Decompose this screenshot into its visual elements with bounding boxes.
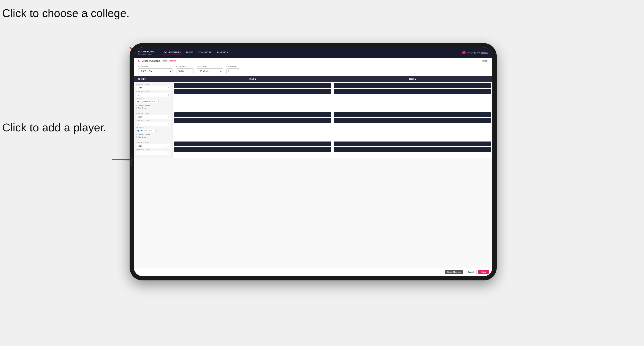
- add-group-btn-1[interactable]: + Add Group: [136, 107, 170, 109]
- hole-spinners-3[interactable]: ▲▼: [168, 152, 169, 155]
- nav-brand: SCOREBOARD Powered by clippd: [138, 50, 155, 55]
- hole-spinners-2[interactable]: ▲▼: [168, 123, 169, 126]
- player-slot-t2r3s2[interactable]: ×⌄: [334, 147, 491, 152]
- hole-spinners-1[interactable]: ▲▼: [168, 94, 169, 96]
- course-edit-1[interactable]: ⌄: [156, 101, 157, 102]
- intervals-label: Intervals: [197, 66, 223, 68]
- course-tag-2[interactable]: East Lake GC × ⌄: [136, 129, 156, 132]
- sub-header: C Clippd Invitational Men Hosting < Back: [134, 58, 492, 64]
- event-logo: C: [138, 59, 140, 63]
- hole-input-2[interactable]: 1 ▲▼: [136, 122, 170, 126]
- nav-link-committee[interactable]: COMMITTEE: [196, 50, 214, 55]
- team2-col-3: ×⌄ ×⌄: [332, 140, 492, 158]
- tee-left-2: STARTING TIME: 10:10 ⏱ STARTING HOLE: 1 …: [134, 111, 173, 140]
- nav-link-teams[interactable]: TEAMS: [184, 50, 196, 55]
- team2-col-2: ×⌄ ×⌄: [332, 111, 492, 140]
- schedule-table: Tee Time Team 1 Team 2 STARTING TIME: 10…: [134, 76, 492, 268]
- course-tag-1[interactable]: (A) Peachtree GC × ⌄: [136, 100, 158, 103]
- annotation-choose-college: Click to choose a college.: [2, 6, 130, 20]
- start-time-label: Start Time: [176, 66, 194, 68]
- clock-icon-2: ⏱: [167, 116, 169, 118]
- plus-icon-1: +: [136, 107, 137, 109]
- starting-time-input-3[interactable]: 10:20 ⏱: [136, 144, 170, 148]
- clock-icon-1: ⏱: [167, 87, 169, 89]
- player-slot-t1r1s1[interactable]: ×⌄: [174, 83, 331, 88]
- course-remove-2[interactable]: ×: [151, 130, 152, 132]
- player-slot-t2r1s1[interactable]: ×⌄: [334, 83, 491, 88]
- group-actions-2: ○ Remove Group + Add Group: [136, 133, 170, 138]
- start-type-group: Start Type 1st Tee Start: [138, 66, 173, 74]
- event-badge: Men: [162, 59, 168, 62]
- form-area: Start Type 1st Tee Start Start Time Inte…: [134, 64, 492, 76]
- save-button[interactable]: Save: [478, 270, 489, 274]
- course-dot-2: [137, 130, 139, 132]
- start-time-input[interactable]: [176, 68, 194, 74]
- start-time-group: Start Time: [176, 66, 194, 74]
- course-edit-2[interactable]: ⌄: [153, 130, 154, 132]
- tee-left-3: STARTING TIME: 10:20 ⏱ STARTING HOLE: 1 …: [134, 140, 173, 158]
- player-slot-t1r3s2[interactable]: ×⌄: [174, 147, 331, 152]
- player-slot-t1r2s2[interactable]: ×⌄: [174, 118, 331, 123]
- tee-row-3: STARTING TIME: 10:20 ⏱ STARTING HOLE: 1 …: [134, 140, 492, 158]
- annotation-add-player: Click to add a player.: [2, 121, 106, 134]
- group-actions-1: ○ Remove Group + Add Group: [136, 104, 170, 109]
- hole-input-3[interactable]: 1 ▲▼: [136, 151, 170, 155]
- tablet-frame: SCOREBOARD Powered by clippd TOURNAMENTS…: [130, 43, 497, 280]
- starting-time-input-1[interactable]: 10:00 ⏱: [136, 86, 170, 90]
- minus-icon-2: ○: [136, 133, 137, 136]
- tee-row-1: STARTING TIME: 10:00 ⏱ STARTING HOLE: 1 …: [134, 82, 492, 111]
- start-type-label: Start Type: [138, 66, 173, 68]
- back-button[interactable]: < Back: [482, 60, 488, 62]
- minus-icon-1: ○: [136, 104, 137, 106]
- start-type-select[interactable]: 1st Tee Start: [138, 68, 173, 74]
- nav-right: blair@clippd.io Sign out: [462, 51, 488, 54]
- remove-group-btn-2[interactable]: ○ Remove Group: [136, 133, 170, 136]
- player-slot-t2r3s1[interactable]: ×⌄: [334, 142, 491, 146]
- event-name: Clippd Invitational: [142, 59, 160, 62]
- tee-time-header: Tee Time: [134, 76, 173, 82]
- tablet-screen: SCOREBOARD Powered by clippd TOURNAMENTS…: [134, 47, 492, 276]
- course-remove-1[interactable]: ×: [154, 101, 155, 102]
- clock-icon-3: ⏱: [167, 145, 169, 147]
- course-row-1: (A) Peachtree GC × ⌄: [136, 100, 170, 103]
- player-slot-t1r3s1[interactable]: ×⌄: [174, 142, 331, 146]
- team1-col-3: ×⌄ ×⌄: [173, 140, 332, 158]
- group-size-input[interactable]: [226, 68, 239, 74]
- player-slot-t2r2s1[interactable]: ×⌄: [334, 112, 491, 117]
- nav-link-tournaments[interactable]: TOURNAMENTS: [162, 50, 183, 55]
- user-avatar: [462, 51, 466, 54]
- user-email: blair@clippd.io: [467, 52, 480, 54]
- team2-col-1: ×⌄ ×⌄: [332, 82, 492, 111]
- player-slot-t1r2s1[interactable]: ×⌄: [174, 112, 331, 117]
- group-size-group: Group Size: [226, 66, 239, 74]
- table-header-row: Tee Time Team 1 Team 2: [134, 76, 492, 82]
- course-row-2: East Lake GC × ⌄: [136, 129, 170, 132]
- player-slot-t1r1s2[interactable]: ×⌄: [174, 89, 331, 94]
- starting-time-input-2[interactable]: 10:10 ⏱: [136, 115, 170, 119]
- cancel-button[interactable]: Cancel: [465, 270, 477, 274]
- add-group-btn-2[interactable]: + Add Group: [136, 136, 170, 138]
- reset-changes-button[interactable]: Reset Changes: [445, 270, 463, 274]
- hole-input-1[interactable]: 1 ▲▼: [136, 93, 170, 97]
- tablet-side-button: [131, 158, 132, 166]
- remove-group-btn-1[interactable]: ○ Remove Group: [136, 104, 170, 106]
- nav-link-rankings[interactable]: RANKINGS: [214, 50, 230, 55]
- tee-row-2: STARTING TIME: 10:10 ⏱ STARTING HOLE: 1 …: [134, 111, 492, 140]
- player-slot-t2r2s2[interactable]: ×⌄: [334, 118, 491, 123]
- footer-bar: Reset Changes Cancel Save: [134, 268, 492, 276]
- event-title: C Clippd Invitational Men Hosting: [138, 59, 176, 63]
- player-slot-t2r1s2[interactable]: ×⌄: [334, 89, 491, 94]
- course-dot-1: [137, 101, 139, 102]
- team1-col-2: ×⌄ ×⌄: [173, 111, 332, 140]
- nav-bar: SCOREBOARD Powered by clippd TOURNAMENTS…: [134, 47, 492, 58]
- intervals-select[interactable]: 10 Minutes: [197, 68, 223, 74]
- intervals-group: Intervals 10 Minutes: [197, 66, 223, 74]
- event-hosting: Hosting: [169, 60, 176, 62]
- sign-out-link[interactable]: Sign out: [481, 52, 488, 54]
- group-size-label: Group Size: [226, 66, 239, 68]
- team1-header: Team 1: [173, 76, 332, 82]
- team2-header: Team 2: [332, 76, 492, 82]
- tee-left-1: STARTING TIME: 10:00 ⏱ STARTING HOLE: 1 …: [134, 82, 173, 111]
- nav-links: TOURNAMENTS TEAMS COMMITTEE RANKINGS: [162, 50, 462, 55]
- team1-col-1: ×⌄ ×⌄: [173, 82, 332, 111]
